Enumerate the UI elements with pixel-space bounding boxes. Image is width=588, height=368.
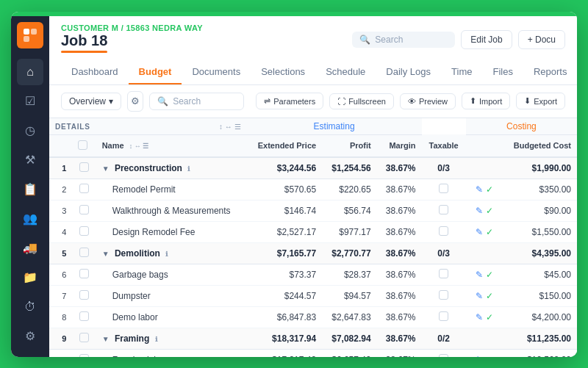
tab-files[interactable]: Files [482,60,523,84]
group-chevron-icon[interactable]: ▼ [102,250,110,258]
export-button[interactable]: ⬇ Export [516,93,565,109]
check-row-icon[interactable]: ✓ [486,184,493,195]
row-profit: $2,647.83 [322,306,376,328]
tab-reports[interactable]: Reports [523,60,577,84]
row-taxable [422,306,466,328]
tab-selections[interactable]: Selections [251,60,315,84]
history-icon[interactable]: ⏱ [17,294,43,320]
tab-daily-logs[interactable]: Daily Logs [376,60,441,84]
row-checkbox-cell[interactable] [72,285,96,306]
row-actions[interactable]: ✎ ✓ [466,178,503,200]
row-actions[interactable]: ✎ ✓ [466,285,503,306]
row-checkbox-cell[interactable] [72,200,96,221]
tab-documents[interactable]: Documents [182,60,251,84]
row-checkbox-cell[interactable] [72,221,96,242]
row-checkbox-cell[interactable] [72,328,96,349]
check-row-icon[interactable]: ✓ [486,291,493,301]
document-button[interactable]: + Docu [518,30,565,49]
svg-rect-1 [31,29,37,35]
wrench-icon[interactable]: ⚒ [17,147,43,173]
app-logo [17,22,43,48]
row-number: 3 [49,200,72,221]
row-actions[interactable]: ✎ ✓ [466,200,503,221]
row-margin: 38.67% [377,157,422,179]
row-actions [466,328,503,349]
tab-budget[interactable]: Budget [129,60,182,84]
tab-dashboard[interactable]: Dashboard [61,60,129,84]
group-chevron-icon[interactable]: ▼ [102,335,110,343]
row-taxable [422,285,466,306]
export-icon: ⬇ [524,96,531,106]
costing-section-label: Costing [506,121,537,131]
row-budgeted-cost: $90.00 [503,200,577,221]
row-name: Framing labor [96,349,247,357]
estimating-section-label: Estimating [314,121,355,131]
group-chevron-icon[interactable]: ▼ [102,165,110,173]
folder-icon[interactable]: 📁 [17,264,43,291]
check-row-icon[interactable]: ✓ [486,206,493,216]
col-num [49,134,72,157]
edit-row-icon[interactable]: ✎ [476,184,483,195]
search-icon: 🔍 [157,96,168,107]
preview-button[interactable]: 👁 Preview [400,93,456,109]
overview-dropdown[interactable]: Overview ▾ [61,93,121,110]
row-margin: 38.67% [377,221,422,242]
row-checkbox-cell[interactable] [72,157,96,179]
row-checkbox-cell[interactable] [72,349,96,357]
row-taxable: 0/2 [422,328,466,349]
clock-icon[interactable]: ◷ [17,118,43,144]
row-taxable [422,349,466,357]
budget-toolbar: Overview ▾ ⚙ 🔍 Search ⇌ Parameters ⛶ Ful… [49,85,577,118]
row-actions[interactable]: ✎ ✓ [466,221,503,242]
row-taxable [422,200,466,221]
row-actions [466,242,503,264]
tab-time[interactable]: Time [441,60,482,84]
import-button[interactable]: ⬆ Import [462,93,510,109]
home-icon[interactable]: ⌂ [17,59,43,85]
row-actions [466,157,503,179]
document-icon[interactable]: 📋 [17,176,43,203]
row-actions[interactable]: ✎ ✓ [466,306,503,328]
edit-row-icon[interactable]: ✎ [476,206,483,216]
row-number: 1 [49,157,72,179]
row-actions[interactable]: ✎ ✓ [466,264,503,285]
check-row-icon[interactable]: ✓ [486,270,493,280]
col-extended-price-header: Extended Price [247,134,323,157]
users-icon[interactable]: 👥 [17,206,43,232]
table-group-row: 5 ▼ Demolition ℹ $7,165.77 $2,770.77 38.… [49,242,577,264]
settings-icon[interactable]: ⚙ [17,323,43,350]
check-row-icon[interactable]: ✓ [486,312,493,322]
nav-tabs: Dashboard Budget Documents Selections Sc… [61,60,565,84]
fullscreen-button[interactable]: ⛶ Fullscreen [329,93,394,109]
svg-rect-0 [24,29,29,35]
row-extended-price: $7,165.77 [247,242,323,264]
settings-button[interactable]: ⚙ [127,91,143,112]
tab-schedule[interactable]: Schedule [315,60,376,84]
edit-row-icon[interactable]: ✎ [476,291,483,301]
row-checkbox-cell[interactable] [72,306,96,328]
check-row-icon[interactable]: ✓ [486,355,493,357]
col-name-header: Name ↕ ↔ ☰ [96,134,247,157]
edit-row-icon[interactable]: ✎ [476,270,483,280]
table-row: 10 Framing labor $17,217.40 $6,657.40 38… [49,349,577,357]
row-actions[interactable]: ✎ ✓ [466,349,503,357]
edit-job-button[interactable]: Edit Job [461,30,512,49]
row-checkbox-cell[interactable] [72,242,96,264]
checklist-icon[interactable]: ☑ [17,88,43,115]
row-extended-price: $73.37 [247,264,323,285]
row-checkbox-cell[interactable] [72,178,96,200]
edit-row-icon[interactable]: ✎ [476,312,483,322]
check-row-icon[interactable]: ✓ [486,227,493,237]
row-name: Walkthrough & Measurements [96,200,247,221]
global-search[interactable]: 🔍 Search [352,32,455,48]
table-search[interactable]: 🔍 Search [149,93,244,110]
row-name: Garbage bags [96,264,247,285]
truck-icon[interactable]: 🚚 [17,235,43,261]
row-extended-price: $17,217.40 [247,349,323,357]
row-name: Remodel Permit [96,178,247,200]
edit-row-icon[interactable]: ✎ [476,227,483,237]
row-checkbox-cell[interactable] [72,264,96,285]
parameters-button[interactable]: ⇌ Parameters [256,93,323,109]
edit-row-icon[interactable]: ✎ [476,355,483,357]
row-profit: $56.74 [322,200,376,221]
